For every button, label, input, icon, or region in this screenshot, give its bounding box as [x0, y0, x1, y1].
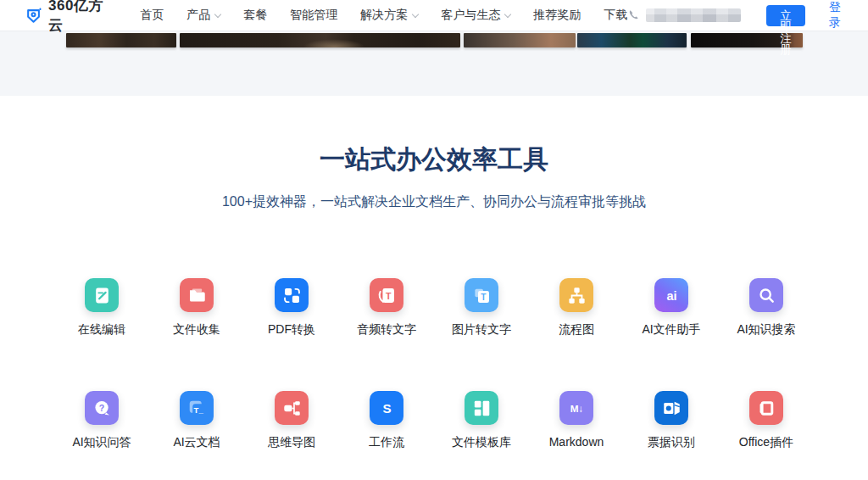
- nav-item-plans[interactable]: 套餐: [243, 8, 267, 23]
- receipt-ocr-icon: [654, 391, 688, 425]
- tool-label: AI知识搜索: [737, 322, 795, 338]
- nav-item-smart-management[interactable]: 智能管理: [290, 8, 337, 23]
- tool-label: 文件收集: [173, 322, 220, 338]
- nav-item-products[interactable]: 产品: [186, 8, 220, 23]
- tool-item[interactable]: 文件收集: [149, 278, 244, 338]
- carousel-thumbnail[interactable]: [464, 33, 576, 47]
- carousel-thumbnail[interactable]: [180, 33, 460, 47]
- nav-item-solutions[interactable]: 解决方案: [360, 8, 418, 23]
- tool-item[interactable]: 思维导图: [244, 391, 339, 450]
- tool-item[interactable]: 在线编辑: [54, 278, 149, 338]
- tool-item[interactable]: 图片转文字: [434, 278, 529, 338]
- office-plugin-icon: [749, 391, 783, 425]
- chevron-down-icon: [214, 10, 221, 17]
- tool-item[interactable]: AI知识问答: [54, 391, 149, 450]
- tool-item[interactable]: AI文件助手: [624, 278, 719, 338]
- brand-logo[interactable]: 360亿方云: [25, 0, 106, 35]
- tool-item[interactable]: PDF转换: [244, 278, 339, 338]
- tool-label: 在线编辑: [78, 322, 125, 338]
- carousel-band: [0, 31, 868, 96]
- section-subtitle: 100+提效神器，一站式解决企业文档生产、协同办公与流程审批等挑战: [0, 192, 868, 211]
- tool-label: Markdown: [549, 435, 604, 449]
- tool-label: 思维导图: [268, 435, 315, 450]
- tool-label: 图片转文字: [452, 322, 511, 338]
- efficiency-tools-section: 一站式办公效率工具 100+提效神器，一站式解决企业文档生产、协同办公与流程审批…: [0, 144, 868, 450]
- tool-item[interactable]: 票据识别: [624, 391, 719, 450]
- login-link[interactable]: 登录: [829, 0, 841, 31]
- cloud-doc-icon: [180, 391, 214, 425]
- audio-to-text-icon: [370, 278, 403, 312]
- tool-item[interactable]: Markdown: [529, 391, 624, 450]
- tools-grid: 在线编辑 文件收集 PDF转换 音频转文字 图片转文字 流程图: [54, 278, 814, 450]
- tool-label: 音频转文字: [357, 322, 416, 338]
- tool-item[interactable]: 音频转文字: [339, 278, 434, 338]
- phone-number-redacted: [646, 8, 741, 22]
- contact-phone: [627, 8, 741, 22]
- tool-label: AI云文档: [173, 435, 220, 450]
- shield-logo-icon: [25, 6, 42, 25]
- carousel-thumbnail[interactable]: [66, 33, 176, 47]
- knowledge-qa-icon: [85, 391, 119, 425]
- pdf-convert-icon: [275, 278, 309, 312]
- section-title: 一站式办公效率工具: [0, 144, 868, 175]
- image-to-text-icon: [465, 278, 498, 312]
- phone-icon: [627, 8, 641, 22]
- nav-item-referral-rewards[interactable]: 推荐奖励: [533, 8, 581, 23]
- nav-item-download[interactable]: 下载: [604, 8, 627, 23]
- edit-doc-icon: [85, 278, 119, 312]
- tool-label: AI文件助手: [642, 322, 700, 338]
- markdown-icon: [559, 391, 593, 425]
- brand-name: 360亿方云: [48, 0, 106, 35]
- header-actions: 立即注册 登录: [627, 0, 851, 31]
- tool-item[interactable]: 工作流: [339, 391, 434, 450]
- tool-item[interactable]: AI知识搜索: [719, 278, 814, 338]
- nav-item-home[interactable]: 首页: [140, 8, 164, 23]
- tool-label: AI知识问答: [72, 435, 131, 450]
- top-navigation-bar: 360亿方云 首页 产品 套餐 智能管理 解决方案 客户与生态 推荐奖励 下载 …: [0, 0, 868, 31]
- chevron-down-icon: [504, 10, 511, 17]
- nav-item-customers-ecosystem[interactable]: 客户与生态: [441, 8, 510, 23]
- tool-item[interactable]: AI云文档: [149, 391, 244, 450]
- carousel-thumbnail[interactable]: [577, 33, 687, 47]
- ai-assistant-icon: [654, 278, 688, 312]
- tool-label: 票据识别: [648, 435, 695, 450]
- tool-item[interactable]: 文件模板库: [434, 391, 529, 450]
- workflow-icon: [370, 391, 403, 425]
- template-library-icon: [465, 391, 498, 425]
- mindmap-icon: [275, 391, 309, 425]
- chevron-down-icon: [412, 10, 419, 17]
- knowledge-search-icon: [749, 278, 783, 312]
- tool-label: Office插件: [739, 435, 793, 450]
- folder-collect-icon: [180, 278, 214, 312]
- tool-item[interactable]: 流程图: [529, 278, 624, 338]
- tool-label: 工作流: [369, 435, 404, 450]
- tool-item[interactable]: Office插件: [719, 391, 814, 450]
- main-nav: 首页 产品 套餐 智能管理 解决方案 客户与生态 推荐奖励 下载: [140, 8, 627, 23]
- tool-label: PDF转换: [268, 322, 315, 338]
- tool-label: 文件模板库: [452, 435, 511, 450]
- flowchart-icon: [559, 278, 593, 312]
- tool-label: 流程图: [559, 322, 594, 338]
- register-button[interactable]: 立即注册: [766, 5, 805, 26]
